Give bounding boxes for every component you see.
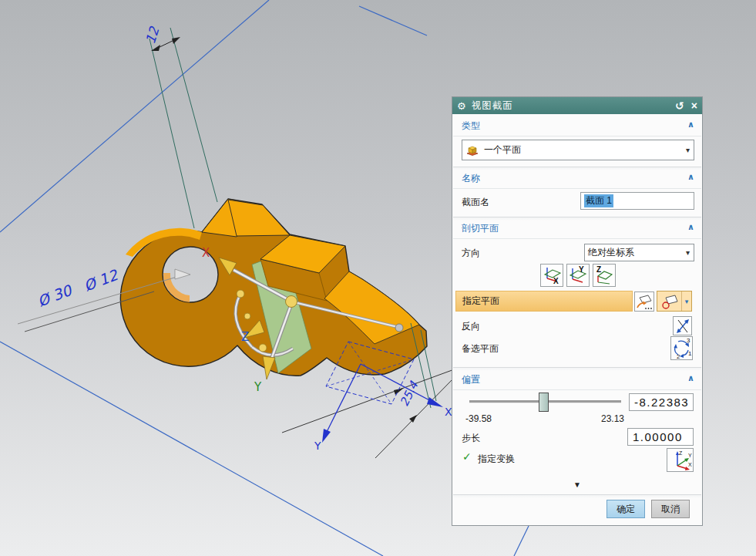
offset-max-label: 23.13 xyxy=(601,413,624,424)
csys-icon: Z Y X xyxy=(669,450,692,470)
offset-drag-ball[interactable] xyxy=(395,324,403,332)
yz-plane-button[interactable]: X xyxy=(540,264,563,287)
close-icon[interactable]: × xyxy=(691,100,697,111)
check-icon: ✓ xyxy=(462,450,472,463)
cancel-button[interactable]: 取消 xyxy=(651,500,690,518)
step-value-field[interactable]: 1.00000 xyxy=(627,428,694,446)
svg-text:2: 2 xyxy=(677,353,680,359)
reverse-direction-icon xyxy=(674,318,691,335)
origin-ball[interactable] xyxy=(286,296,297,308)
inferred-plane-icon xyxy=(660,292,679,311)
alternate-plane-label: 备选平面 xyxy=(462,342,499,356)
section-name-value: 截面 1 xyxy=(584,194,613,207)
divider xyxy=(453,238,701,239)
section-title-name: 名称 xyxy=(462,172,480,185)
dim-text-dia30[interactable]: Ø 30 xyxy=(35,281,76,309)
section-name-label: 截面名 xyxy=(462,196,489,209)
divider xyxy=(453,188,701,189)
type-dropdown[interactable]: 一个平面 ▾ xyxy=(462,140,694,160)
svg-text:Y: Y xyxy=(688,453,692,458)
offset-min-label: -39.58 xyxy=(465,413,492,424)
svg-text:X: X xyxy=(688,462,692,467)
collapse-cut-plane-icon[interactable]: ∧ xyxy=(687,222,694,232)
gear-icon: ⚙ xyxy=(457,100,466,112)
one-plane-icon xyxy=(465,143,479,157)
footer-separator xyxy=(453,494,701,498)
divider xyxy=(453,136,701,136)
sketch-y-label: Y xyxy=(314,440,321,452)
sketch-y-arrow xyxy=(322,429,331,443)
reverse-label: 反向 xyxy=(462,320,480,333)
specify-plane-label: 指定平面 xyxy=(462,295,499,308)
alternate-plane-button[interactable]: 3 1 2 xyxy=(670,336,693,360)
collapse-name-icon[interactable]: ∧ xyxy=(687,172,694,182)
orientation-value: 绝对坐标系 xyxy=(588,246,634,259)
group-separator xyxy=(453,217,701,221)
xz-plane-button[interactable]: Y xyxy=(566,264,590,287)
section-title-offset: 偏置 xyxy=(462,373,480,386)
rotate-handle-ball[interactable] xyxy=(237,290,244,298)
plane-dialog-button[interactable] xyxy=(634,291,654,312)
plane-method-caret[interactable]: ▾ xyxy=(681,291,691,311)
orientation-dropdown[interactable]: 绝对坐标系 ▾ xyxy=(584,244,694,261)
offset-slider-handle[interactable] xyxy=(539,393,549,412)
axis-plane-buttons: X Y Z xyxy=(540,264,616,287)
dim-text-dia12[interactable]: Ø 12 xyxy=(82,265,122,294)
collapse-offset-icon[interactable]: ∧ xyxy=(687,373,694,383)
section-title-cut-plane: 剖切平面 xyxy=(462,222,499,235)
reverse-direction-button[interactable] xyxy=(673,316,692,335)
step-value: 1.00000 xyxy=(628,430,683,443)
chevron-down-icon: ▾ xyxy=(686,146,690,154)
plate-top-face-right xyxy=(228,200,290,236)
orientation-label: 方向 xyxy=(462,247,480,260)
triad-x-label: X xyxy=(202,246,210,260)
offset-value: -8.22383 xyxy=(630,396,689,409)
group-separator xyxy=(453,167,701,170)
specify-transform-label[interactable]: 指定变换 xyxy=(478,453,515,466)
step-label: 步长 xyxy=(462,432,480,445)
svg-text:X: X xyxy=(553,277,559,285)
ok-button[interactable]: 确定 xyxy=(606,500,645,518)
section-title-type: 类型 xyxy=(462,120,480,133)
dialog-titlebar[interactable]: ⚙ 视图截面 ↺ × xyxy=(452,97,702,114)
specify-plane-row[interactable]: 指定平面 xyxy=(455,291,633,312)
collapse-type-icon[interactable]: ∧ xyxy=(687,120,694,130)
chevron-down-icon: ▾ xyxy=(686,248,690,257)
type-dropdown-value: 一个平面 xyxy=(484,143,521,157)
rotate-handle-ball[interactable] xyxy=(244,313,250,319)
cycle-planes-icon: 3 1 2 xyxy=(672,338,692,359)
sketch-x-arrow xyxy=(427,397,443,407)
view-section-dialog: ⚙ 视图截面 ↺ × 类型 ∧ 一个平面 ▾ 名称 ∧ 截面名 截面 1 剖切平… xyxy=(452,96,703,526)
plane-dialog-icon xyxy=(635,292,654,311)
svg-text:Z: Z xyxy=(679,450,683,456)
dim-text-12[interactable]: 12 xyxy=(143,24,163,45)
rotate-handle-ball[interactable] xyxy=(259,344,267,352)
leader-arrow xyxy=(175,269,190,279)
triad-y-label: Y xyxy=(254,380,262,394)
svg-text:1: 1 xyxy=(688,350,692,357)
specify-transform-button[interactable]: Z Y X xyxy=(667,448,694,472)
divider xyxy=(453,389,701,390)
section-name-input[interactable]: 截面 1 xyxy=(580,192,694,210)
svg-text:Y: Y xyxy=(579,265,584,274)
group-separator xyxy=(453,367,701,371)
plane-method-button-group[interactable]: ▾ xyxy=(657,291,692,312)
triad-z-label: Z xyxy=(241,330,249,344)
xy-plane-button[interactable]: Z xyxy=(593,264,616,287)
svg-text:Z: Z xyxy=(596,265,601,274)
reset-icon[interactable]: ↺ xyxy=(675,100,684,111)
show-more-button[interactable]: ▼ xyxy=(452,480,702,489)
offset-value-field[interactable]: -8.22383 xyxy=(629,393,694,411)
svg-text:3: 3 xyxy=(687,338,690,344)
dialog-title: 视图截面 xyxy=(472,99,513,113)
